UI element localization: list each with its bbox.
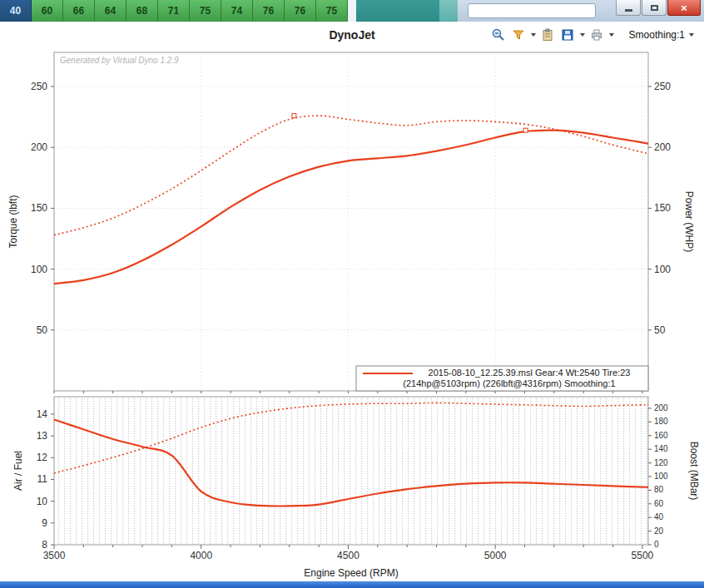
torque-power-chart: 5010015020025050100150200250Torque (lbft… <box>0 48 704 393</box>
paste-icon[interactable] <box>539 27 556 43</box>
svg-text:4000: 4000 <box>190 550 212 561</box>
svg-text:Generated by Virtual Dyno 1.2.: Generated by Virtual Dyno 1.2.9 <box>60 56 179 65</box>
log-cell[interactable]: 76 <box>253 0 285 22</box>
svg-text:9: 9 <box>42 517 47 529</box>
svg-text:11: 11 <box>37 473 48 485</box>
svg-text:250: 250 <box>654 81 671 92</box>
close-button[interactable]: × <box>667 0 701 16</box>
svg-text:Boost (MBar): Boost (MBar) <box>688 442 700 501</box>
search-box[interactable] <box>468 3 596 18</box>
smoothing-label: Smoothing:1 <box>629 29 685 41</box>
svg-text:100: 100 <box>654 264 671 275</box>
svg-text:80: 80 <box>654 485 664 494</box>
log-cell[interactable]: 74 <box>221 0 253 22</box>
zoom-icon[interactable] <box>490 27 507 43</box>
smoothing-caret-icon <box>689 33 694 37</box>
svg-text:3500: 3500 <box>43 550 66 561</box>
maximize-button[interactable] <box>642 0 667 16</box>
svg-text:100: 100 <box>654 472 668 481</box>
chart-options-icon[interactable] <box>510 27 527 43</box>
toolbar: DynoJet Smoothing:1 <box>0 22 704 48</box>
log-cell[interactable]: 68 <box>126 0 158 22</box>
maximize-icon <box>651 5 658 11</box>
svg-text:160: 160 <box>654 431 668 440</box>
print-caret-icon[interactable] <box>609 33 614 37</box>
svg-text:10: 10 <box>37 496 48 507</box>
svg-text:140: 140 <box>654 444 668 453</box>
svg-text:50: 50 <box>654 324 666 336</box>
smoothing-dropdown[interactable]: Smoothing:1 <box>626 27 697 42</box>
svg-text:40: 40 <box>654 512 664 521</box>
svg-text:120: 120 <box>654 458 668 467</box>
svg-text:Engine Speed (RPM): Engine Speed (RPM) <box>304 567 398 579</box>
log-cell[interactable]: 75 <box>190 0 221 22</box>
svg-text:12: 12 <box>37 452 48 463</box>
window-buttons: × <box>615 0 701 16</box>
svg-text:200: 200 <box>654 141 671 153</box>
svg-text:200: 200 <box>31 141 47 153</box>
print-icon[interactable] <box>588 27 605 43</box>
svg-text:8: 8 <box>42 539 47 551</box>
log-cell[interactable]: 71 <box>158 0 190 22</box>
window-chrome-strip: × <box>458 0 704 22</box>
svg-text:4500: 4500 <box>337 550 359 561</box>
log-cell[interactable]: 66 <box>63 0 95 22</box>
svg-text:100: 100 <box>31 264 47 275</box>
legend: 2015-08-10_12.25.39.msl Gear:4 Wt:2540 T… <box>356 366 648 391</box>
taskbar-strip <box>0 581 704 588</box>
toolbar-tools: Smoothing:1 <box>490 27 697 43</box>
log-cell[interactable]: 64 <box>95 0 126 22</box>
svg-text:Air / Fuel: Air / Fuel <box>12 451 24 491</box>
teal-panel-light <box>439 0 458 22</box>
minimize-button[interactable] <box>616 0 641 16</box>
svg-text:200: 200 <box>654 403 668 413</box>
svg-text:13: 13 <box>37 430 48 442</box>
svg-text:14: 14 <box>37 408 48 420</box>
log-cell[interactable]: 60 <box>32 0 63 22</box>
svg-text:150: 150 <box>31 202 47 214</box>
svg-text:0: 0 <box>654 540 659 549</box>
strip-gap <box>348 0 356 22</box>
svg-text:5000: 5000 <box>484 550 507 561</box>
svg-text:150: 150 <box>654 202 671 214</box>
save-caret-icon[interactable] <box>580 33 585 37</box>
log-cell[interactable]: 75 <box>316 0 348 22</box>
teal-panel <box>356 0 439 22</box>
svg-text:250: 250 <box>31 81 47 92</box>
svg-text:50: 50 <box>37 324 48 336</box>
log-cell[interactable]: 40 <box>0 0 32 22</box>
page-title: DynoJet <box>329 28 374 42</box>
afr-boost-chart: 8910111213140204060801001201401601802003… <box>0 393 704 581</box>
log-cells[interactable]: 4060666468717574767675 <box>0 0 348 22</box>
svg-text:20: 20 <box>654 526 664 536</box>
virtual-dyno-window: 4060666468717574767675 × DynoJet <box>0 0 704 588</box>
svg-text:Torque (lbft): Torque (lbft) <box>7 195 19 248</box>
svg-text:5500: 5500 <box>632 550 654 561</box>
save-icon[interactable] <box>559 27 576 43</box>
peak-marker <box>523 128 528 132</box>
svg-text:Power (WHP): Power (WHP) <box>683 191 695 252</box>
svg-text:180: 180 <box>654 417 668 426</box>
svg-text:60: 60 <box>654 499 664 508</box>
log-cell[interactable]: 76 <box>285 0 316 22</box>
svg-text:2015-08-10_12.25.39.msl Gear:4: 2015-08-10_12.25.39.msl Gear:4 Wt:2540 T… <box>429 368 631 378</box>
svg-text:(214hp@5103rpm) (226lbft@4316r: (214hp@5103rpm) (226lbft@4316rpm) Smooth… <box>403 378 615 388</box>
peak-marker <box>292 114 296 118</box>
background-log-strip: 4060666468717574767675 × <box>0 0 704 22</box>
chart-options-caret-icon[interactable] <box>531 33 536 37</box>
minimize-icon <box>625 9 632 12</box>
